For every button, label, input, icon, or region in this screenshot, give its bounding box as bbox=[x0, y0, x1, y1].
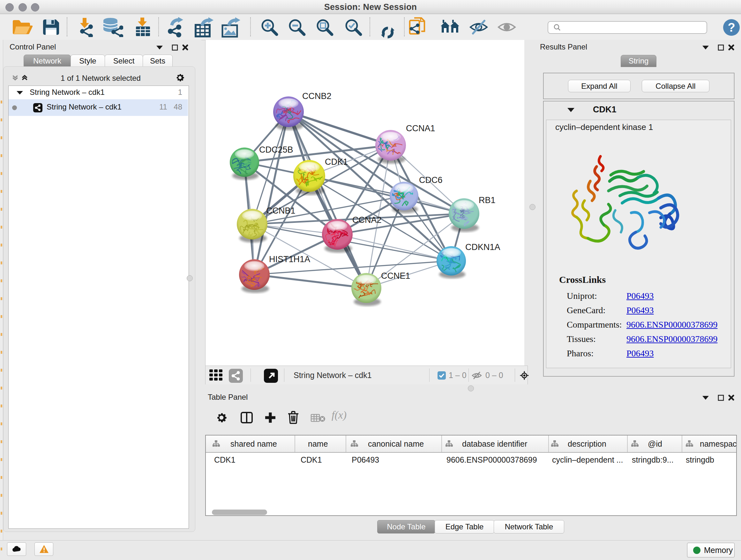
svg-text:CDC6: CDC6 bbox=[419, 175, 443, 185]
svg-text:HIST1H1A: HIST1H1A bbox=[269, 254, 310, 264]
svg-text:CCNB2: CCNB2 bbox=[302, 91, 332, 101]
svg-text:CCNA2: CCNA2 bbox=[352, 215, 382, 225]
svg-text:CCNE1: CCNE1 bbox=[381, 271, 410, 281]
svg-text:RB1: RB1 bbox=[479, 195, 495, 205]
svg-text:CCNB1: CCNB1 bbox=[266, 206, 295, 215]
svg-text:CDKN1A: CDKN1A bbox=[465, 242, 500, 252]
svg-text:CDC25B: CDC25B bbox=[259, 145, 293, 154]
svg-text:CDK1: CDK1 bbox=[325, 157, 348, 167]
svg-text:CCNA1: CCNA1 bbox=[406, 124, 435, 133]
